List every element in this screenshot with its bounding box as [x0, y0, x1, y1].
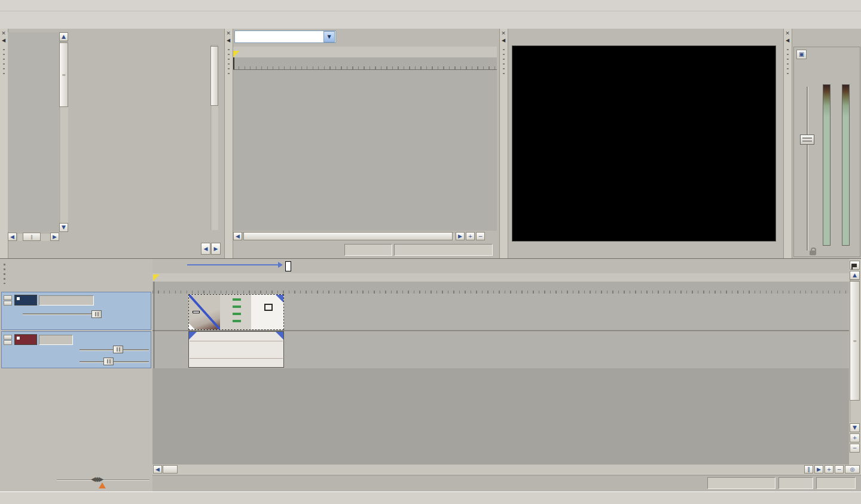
scrollbar-thumb[interactable]: ≡: [850, 281, 860, 401]
rate-marker-icon: [99, 482, 106, 488]
minimize-track-button[interactable]: [4, 295, 12, 300]
trimmer-panel: × ◀ ▼ ◀ ▶ + −: [224, 29, 499, 258]
auto-hide-pin-icon[interactable]: ◀: [225, 37, 231, 43]
edit-cursor[interactable]: [233, 57, 234, 69]
status-bar: [0, 491, 861, 504]
master-fader-handle[interactable]: [800, 135, 814, 145]
pan-slider[interactable]: [80, 361, 149, 362]
fade-offset-cursor-icon: [264, 304, 273, 311]
composite-level-slider[interactable]: [23, 313, 97, 314]
scrollbar-thumb[interactable]: [163, 465, 178, 474]
trimmer-time-display: [344, 244, 392, 256]
scrollbar-thumb[interactable]: [243, 232, 453, 240]
zoom-tool-button[interactable]: ◎: [845, 465, 860, 474]
volume-handle[interactable]: [113, 346, 123, 353]
drag-grip[interactable]: [228, 49, 230, 78]
menu-bar: [0, 0, 861, 11]
scroll-down-button[interactable]: ▼: [850, 423, 860, 432]
trimmer-body[interactable]: [233, 70, 497, 231]
composite-level-handle[interactable]: [91, 310, 102, 318]
marker-tool-button[interactable]: [850, 261, 860, 270]
auto-hide-pin-icon[interactable]: ◀: [784, 37, 790, 43]
scroll-left-button[interactable]: ◀: [8, 233, 17, 241]
video-event[interactable]: [188, 294, 284, 330]
zoom-out-vertical-button[interactable]: −: [850, 444, 860, 453]
zoom-out-button[interactable]: −: [835, 465, 844, 474]
meter-bar-right: [842, 84, 850, 246]
scroll-right-button[interactable]: ▶: [50, 233, 59, 241]
empty-track-area[interactable]: [152, 368, 849, 465]
zoom-in-button[interactable]: +: [466, 232, 475, 240]
close-icon[interactable]: ×: [1, 30, 7, 36]
tab-scroll-left-button[interactable]: ◀: [201, 243, 210, 255]
chevron-down-icon[interactable]: ▼: [323, 31, 335, 42]
scroll-right-button[interactable]: ▶: [456, 232, 465, 240]
lock-fader-icon[interactable]: [810, 251, 816, 255]
marker-strip[interactable]: [233, 47, 497, 58]
scrollbar-thumb[interactable]: [210, 46, 218, 106]
scroll-down-button[interactable]: ▼: [59, 223, 68, 232]
scroll-grip-button[interactable]: ∥: [804, 465, 813, 474]
transport-time-display[interactable]: [707, 477, 775, 489]
audio-track-header[interactable]: [1, 331, 151, 368]
audio-event[interactable]: [188, 331, 284, 368]
track-name-field[interactable]: [39, 335, 73, 345]
panel-edge: × ◀: [784, 29, 792, 258]
scrollbar-thumb[interactable]: ≡: [59, 42, 68, 107]
playhead-marker[interactable]: [153, 274, 160, 281]
drag-offset-label: [285, 261, 291, 271]
timeline-ruler[interactable]: [152, 282, 849, 294]
close-icon[interactable]: ×: [500, 30, 506, 36]
track-name-field[interactable]: [39, 295, 94, 306]
scroll-left-button[interactable]: ◀: [153, 465, 162, 474]
drag-grip[interactable]: [4, 264, 5, 284]
close-icon[interactable]: ×: [225, 30, 231, 36]
rate-control: ◀◆▶: [0, 473, 152, 491]
track-number[interactable]: [14, 334, 37, 345]
marker-bar[interactable]: [152, 273, 849, 282]
scroll-up-button[interactable]: ▲: [59, 32, 68, 41]
transition-progress-select[interactable]: ▼: [234, 30, 336, 43]
event-corner: [189, 323, 195, 329]
tab-scroll-right-button[interactable]: ▶: [211, 243, 221, 255]
timeline-vscrollbar: ▲ ≡ ▼ + −: [849, 258, 861, 465]
zoom-in-button[interactable]: +: [825, 465, 833, 474]
video-screen: [512, 45, 776, 242]
audio-waveform: [190, 333, 283, 349]
minor-ticks: [233, 66, 497, 69]
edit-cursor[interactable]: [154, 282, 154, 368]
rate-slider[interactable]: [57, 479, 149, 480]
selection-start-display[interactable]: [778, 477, 813, 489]
minimize-bus-button[interactable]: ▣: [796, 50, 807, 59]
panel-edge: × ◀: [500, 29, 508, 258]
scrollbar-thumb[interactable]: ∥: [23, 233, 41, 241]
trimmer-ruler[interactable]: [233, 57, 497, 70]
maximize-track-button[interactable]: [4, 301, 12, 306]
panel-edge: × ◀: [0, 29, 8, 258]
panel-edge: × ◀: [225, 29, 233, 258]
scroll-up-button[interactable]: ▲: [850, 271, 860, 280]
drag-grip[interactable]: [3, 49, 5, 78]
playhead-marker[interactable]: [233, 51, 240, 57]
scroll-left-button[interactable]: ◀: [233, 232, 242, 240]
master-fader-track[interactable]: [807, 87, 808, 251]
maximize-track-button[interactable]: [4, 340, 12, 345]
auto-hide-pin-icon[interactable]: ◀: [500, 37, 506, 43]
drag-grip[interactable]: [787, 49, 789, 78]
trimmer-selection-display: [394, 244, 493, 256]
fade-in-handle[interactable]: [276, 295, 283, 303]
video-track-header[interactable]: [1, 292, 151, 330]
flag-icon: [853, 264, 857, 267]
meter-bar-left: [823, 84, 831, 246]
drag-grip[interactable]: [503, 49, 505, 78]
zoom-in-vertical-button[interactable]: +: [850, 433, 860, 442]
track-number[interactable]: [14, 295, 37, 306]
close-icon[interactable]: ×: [784, 30, 790, 36]
pan-handle[interactable]: [103, 358, 114, 365]
minimize-track-button[interactable]: [4, 335, 12, 340]
auto-hide-pin-icon[interactable]: ◀: [1, 37, 7, 43]
video-preview-panel: × ◀: [499, 29, 783, 258]
zoom-out-button[interactable]: −: [476, 232, 485, 240]
scroll-right-button[interactable]: ▶: [814, 465, 823, 474]
selection-end-display[interactable]: [816, 477, 856, 489]
